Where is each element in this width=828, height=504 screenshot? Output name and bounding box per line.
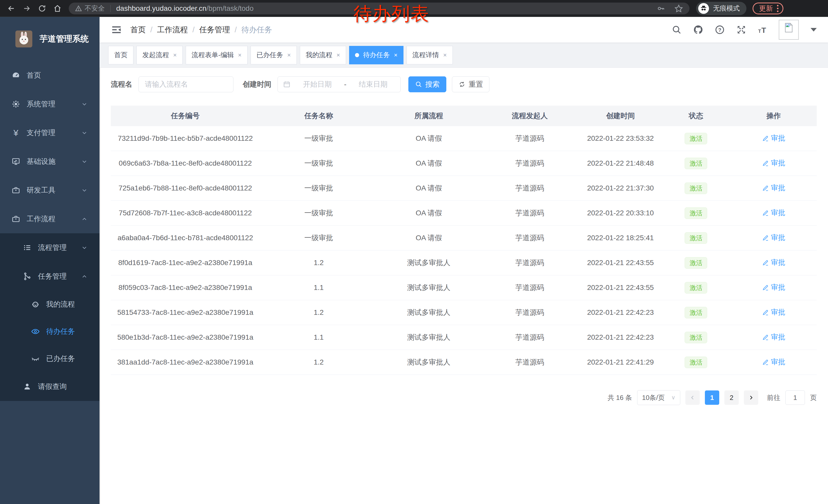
sidebar-item-done-tasks[interactable]: 已办任务 — [0, 345, 99, 372]
process-name-input[interactable]: 请输入流程名 — [138, 77, 234, 92]
cell-starter: 芋道源码 — [480, 208, 579, 218]
sidebar-item-process-management[interactable]: 流程管理 — [0, 233, 99, 262]
chevron-up-icon — [81, 216, 88, 222]
approve-link-label: 审批 — [771, 357, 785, 367]
password-key-icon[interactable] — [657, 4, 665, 13]
breadcrumb-separator: / — [235, 26, 237, 34]
cell-starter: 芋道源码 — [480, 134, 579, 143]
goto-page-input[interactable]: 1 — [785, 391, 805, 405]
approve-link[interactable]: 审批 — [762, 332, 785, 342]
close-icon[interactable]: × — [173, 51, 177, 59]
tab-process-detail[interactable]: 流程详情× — [407, 46, 453, 64]
breadcrumb-task-management[interactable]: 任务管理 — [199, 25, 230, 35]
end-date-placeholder: 结束日期 — [351, 80, 395, 89]
calendar-icon — [283, 81, 291, 88]
help-question-icon[interactable]: ? — [714, 24, 726, 35]
bookmark-star-icon[interactable] — [674, 4, 683, 13]
tab-my-process[interactable]: 我的流程× — [300, 46, 346, 64]
approve-link[interactable]: 审批 — [762, 133, 785, 143]
chevron-down-icon — [81, 101, 88, 107]
active-dot — [355, 53, 359, 57]
approve-link[interactable]: 审批 — [762, 233, 785, 242]
page-unit-label: 页 — [810, 393, 817, 402]
cell-task-id: 58154733-7ac8-11ec-a9e2-a2380e71991a — [111, 308, 260, 317]
tab-process-form-edit[interactable]: 流程表单-编辑× — [186, 46, 248, 64]
close-icon[interactable]: × — [336, 51, 340, 59]
tab-home[interactable]: 首页 — [108, 46, 133, 64]
tab-start-process[interactable]: 发起流程× — [136, 46, 182, 64]
process-name-label: 流程名 — [111, 80, 132, 89]
browser-update-button[interactable]: 更新 — [753, 3, 783, 14]
update-label: 更新 — [759, 4, 773, 13]
sidebar-item-dev-tools[interactable]: 研发工具 — [0, 176, 99, 204]
user-icon — [22, 382, 32, 391]
header-search-icon[interactable] — [671, 24, 682, 35]
close-icon[interactable]: × — [443, 51, 447, 59]
cell-process: OA 请假 — [378, 134, 480, 143]
start-date-placeholder: 开始日期 — [295, 80, 339, 89]
approve-link[interactable]: 审批 — [762, 183, 785, 193]
approve-link[interactable]: 审批 — [762, 208, 785, 218]
sidebar-item-label: 研发工具 — [27, 185, 55, 195]
tab-todo-tasks[interactable]: 待办任务× — [349, 46, 404, 64]
github-icon[interactable] — [693, 24, 704, 35]
approve-link[interactable]: 审批 — [762, 307, 785, 317]
breadcrumb-home[interactable]: 首页 — [130, 25, 146, 35]
tab-done-tasks[interactable]: 已办任务× — [251, 46, 297, 64]
sidebar-item-payment[interactable]: ¥ 支付管理 — [0, 119, 99, 147]
sidebar-item-system[interactable]: 系统管理 — [0, 90, 99, 119]
search-button[interactable]: 搜索 — [408, 77, 446, 92]
approve-link[interactable]: 审批 — [762, 357, 785, 367]
close-icon[interactable]: × — [238, 51, 242, 59]
page-content: 流程名 请输入流程名 创建时间 开始日期 - 结束日期 搜索 重置 — [99, 68, 828, 504]
reset-button[interactable]: 重置 — [452, 77, 489, 92]
cell-task-name: 一级审批 — [260, 134, 378, 143]
sidebar-item-leave-query[interactable]: 请假查询 — [0, 372, 99, 401]
close-icon[interactable]: × — [394, 51, 398, 59]
approve-link[interactable]: 审批 — [762, 258, 785, 267]
browser-reload-button[interactable] — [34, 1, 50, 16]
close-icon[interactable]: × — [287, 51, 291, 59]
avatar-caret-down-icon[interactable] — [811, 28, 817, 32]
sidebar-item-label: 待办任务 — [46, 327, 75, 336]
sidebar-item-todo-tasks[interactable]: 待办任务 — [0, 318, 99, 345]
browser-menu-icon[interactable] — [777, 5, 779, 12]
sidebar-item-my-process[interactable]: 我的流程 — [0, 291, 99, 318]
address-bar[interactable]: 不安全 dashboard.yudao.iocoder.cn/bpm/task/… — [69, 3, 690, 14]
edit-pen-icon — [762, 309, 769, 316]
table-row: 725a1eb6-7b88-11ec-8ef0-acde48001122 一级审… — [111, 176, 817, 201]
page-button-2[interactable]: 2 — [724, 391, 739, 405]
cell-starter: 芋道源码 — [480, 258, 579, 268]
browser-back-button[interactable] — [4, 1, 19, 16]
cell-task-name: 1.2 — [260, 308, 378, 317]
browser-home-button[interactable] — [50, 1, 65, 16]
security-label: 不安全 — [85, 4, 105, 13]
sidebar-item-workflow[interactable]: 工作流程 — [0, 204, 99, 233]
user-avatar-broken-image[interactable] — [779, 20, 799, 40]
pagination-total: 共 16 条 — [608, 393, 632, 402]
font-size-icon[interactable]: TT — [757, 24, 769, 35]
sidebar-collapse-icon[interactable] — [111, 24, 122, 35]
fullscreen-icon[interactable] — [736, 24, 747, 35]
chevron-left-icon — [689, 394, 696, 401]
approve-link[interactable]: 审批 — [762, 158, 785, 168]
approve-link[interactable]: 审批 — [762, 282, 785, 292]
page-button-1[interactable]: 1 — [705, 391, 719, 405]
breadcrumb-workflow[interactable]: 工作流程 — [157, 25, 188, 35]
cell-process: 测试多审批人 — [378, 258, 480, 268]
cell-task-name: 1.2 — [260, 259, 378, 267]
sidebar-item-task-management[interactable]: 任务管理 — [0, 262, 99, 291]
next-page-button[interactable] — [744, 391, 758, 405]
sidebar-item-home[interactable]: 首页 — [0, 61, 99, 90]
security-warning[interactable]: 不安全 — [75, 4, 105, 13]
date-range-picker[interactable]: 开始日期 - 结束日期 — [278, 77, 401, 92]
app-logo-row[interactable]: 芋道管理系统 — [0, 17, 99, 61]
browser-forward-button[interactable] — [19, 1, 34, 16]
edit-pen-icon — [762, 160, 769, 167]
page-size-select[interactable]: 10条/页 ∨ — [637, 390, 680, 405]
sidebar-item-infrastructure[interactable]: 基础设施 — [0, 147, 99, 176]
chevron-up-icon — [81, 273, 88, 280]
cell-create-time: 2022-01-21 22:43:55 — [579, 259, 661, 267]
prev-page-button[interactable] — [686, 391, 700, 405]
cell-starter: 芋道源码 — [480, 183, 579, 193]
